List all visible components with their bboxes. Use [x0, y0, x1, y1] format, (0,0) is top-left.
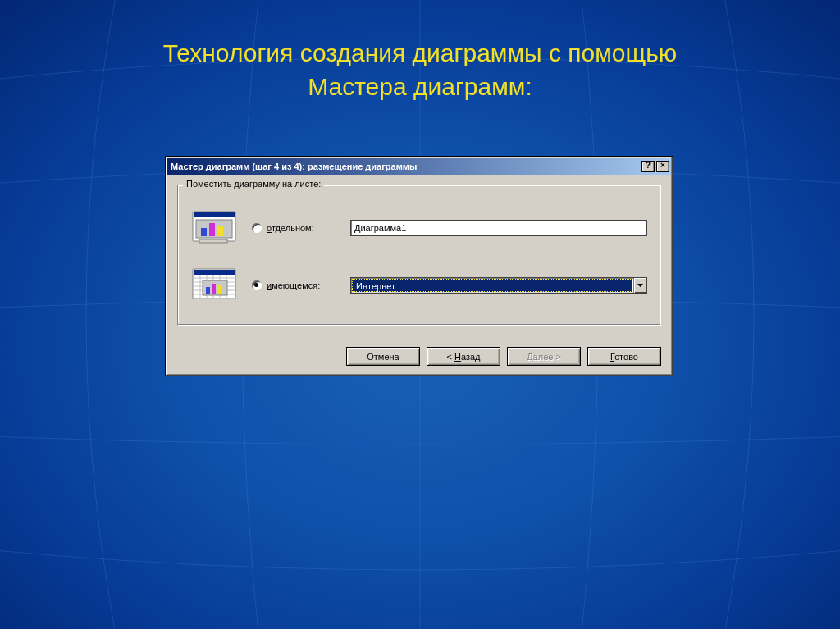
- radio-existing-dot: [252, 280, 262, 290]
- svg-rect-3: [201, 228, 207, 236]
- radio-separate-label: отдельном:: [267, 223, 314, 233]
- close-button[interactable]: ×: [656, 161, 669, 172]
- finish-button[interactable]: Готово: [587, 347, 661, 366]
- cancel-button[interactable]: Отмена: [346, 347, 420, 366]
- radio-existing[interactable]: имеющемся:: [252, 280, 350, 290]
- row-existing-sheet: имеющемся: Интернет: [191, 267, 647, 303]
- svg-rect-21: [212, 284, 216, 294]
- row-separate-sheet: отдельном:: [191, 210, 647, 246]
- titlebar[interactable]: Мастер диаграмм (шаг 4 из 4): размещение…: [167, 158, 671, 175]
- existing-sheet-combo[interactable]: Интернет: [350, 277, 647, 294]
- radio-separate[interactable]: отдельном:: [252, 223, 350, 233]
- placement-groupbox: Поместить диаграмму на листе:: [177, 185, 661, 326]
- chart-sheet-icon: [191, 210, 240, 246]
- svg-rect-1: [194, 212, 235, 217]
- radio-separate-dot: [252, 223, 262, 233]
- svg-rect-5: [217, 226, 223, 236]
- slide-title-line1: Технология создания диаграммы с помощью: [163, 39, 678, 66]
- svg-rect-4: [209, 223, 215, 236]
- chart-wizard-dialog: Мастер диаграмм (шаг 4 из 4): размещение…: [165, 156, 673, 376]
- help-button[interactable]: ?: [641, 161, 655, 172]
- slide-stage: Технология создания диаграммы с помощью …: [0, 0, 840, 629]
- dialog-body: Поместить диаграмму на листе:: [166, 176, 673, 337]
- slide-title-line2: Мастера диаграмм:: [308, 73, 532, 100]
- next-button: Далее >: [507, 347, 581, 366]
- radio-existing-label: имеющемся:: [267, 280, 320, 290]
- separate-sheet-name-input[interactable]: [350, 220, 647, 236]
- embedded-chart-icon: [191, 267, 240, 303]
- dialog-button-row: Отмена < Назад Далее > Готово: [166, 337, 673, 376]
- slide-title: Технология создания диаграммы с помощью …: [0, 37, 840, 103]
- back-button[interactable]: < Назад: [427, 347, 500, 366]
- svg-rect-8: [194, 270, 235, 275]
- combo-selected: Интернет: [352, 279, 632, 292]
- dialog-title: Мастер диаграмм (шаг 4 из 4): размещение…: [171, 162, 640, 171]
- groupbox-legend: Поместить диаграмму на листе:: [183, 179, 324, 189]
- combo-dropdown-button[interactable]: [633, 278, 646, 293]
- svg-rect-22: [217, 285, 221, 294]
- svg-rect-6: [199, 239, 227, 243]
- svg-rect-20: [206, 287, 210, 294]
